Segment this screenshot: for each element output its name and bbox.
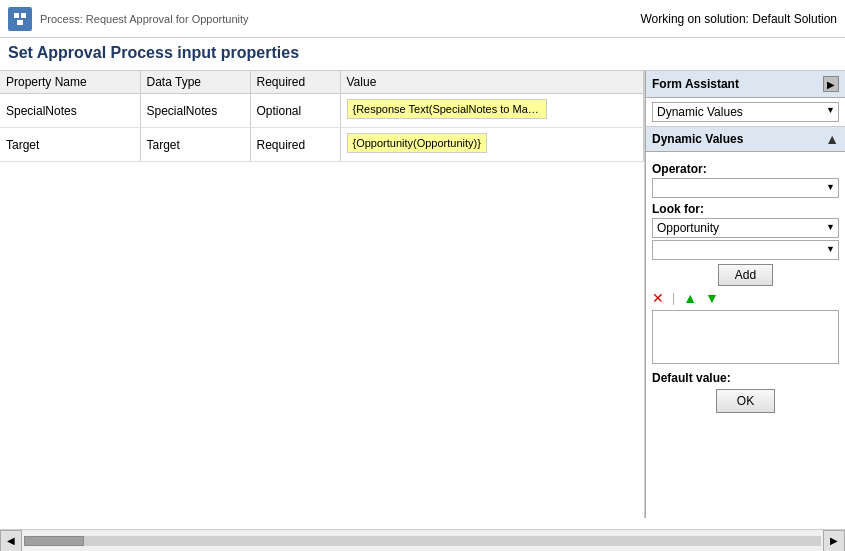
move-down-icon[interactable]: ▼	[705, 290, 719, 306]
properties-table: Property Name Data Type Required Value S…	[0, 71, 644, 162]
look-for-select[interactable]: Opportunity	[652, 218, 839, 238]
move-up-icon[interactable]: ▲	[683, 290, 697, 306]
main-layout: Property Name Data Type Required Value S…	[0, 71, 845, 518]
second-select[interactable]	[652, 240, 839, 260]
look-for-label: Look for:	[652, 202, 839, 216]
col-header-required: Required	[250, 71, 340, 94]
top-bar: Process: Request Approval for Opportunit…	[0, 0, 845, 38]
process-icon	[8, 7, 32, 31]
form-assistant-body: Operator: Look for: Opportunity Add ✕	[646, 152, 845, 518]
dynamic-values-label: Dynamic Values	[652, 132, 743, 146]
cell-data-type: SpecialNotes	[140, 94, 250, 128]
second-select-wrapper	[652, 240, 839, 260]
col-header-datatype: Data Type	[140, 71, 250, 94]
table-row[interactable]: SpecialNotes SpecialNotes Optional {Resp…	[0, 94, 644, 128]
page-title: Set Approval Process input properties	[8, 44, 837, 62]
value-textarea[interactable]	[652, 310, 839, 364]
scroll-right-button[interactable]: ▶	[823, 530, 845, 552]
expand-button[interactable]: ▶	[823, 76, 839, 92]
collapse-button[interactable]: ▲	[825, 131, 839, 147]
value-badge[interactable]: {Response Text(SpecialNotes to Manage	[347, 99, 547, 119]
svg-rect-1	[21, 13, 26, 18]
ok-button[interactable]: OK	[716, 389, 775, 413]
col-header-value: Value	[340, 71, 644, 94]
cell-required: Optional	[250, 94, 340, 128]
top-dropdown-row: Dynamic Values Static Values Form Values	[646, 98, 845, 127]
default-value-label: Default value:	[652, 371, 839, 385]
svg-rect-0	[14, 13, 19, 18]
solution-label: Working on solution: Default Solution	[640, 12, 837, 26]
scroll-track[interactable]	[24, 536, 821, 546]
svg-rect-2	[17, 20, 23, 25]
delete-icon[interactable]: ✕	[652, 290, 664, 306]
process-label: Process: Request Approval for Opportunit…	[40, 13, 249, 25]
table-row[interactable]: Target Target Required {Opportunity(Oppo…	[0, 128, 644, 162]
cell-property-name: Target	[0, 128, 140, 162]
cell-value[interactable]: {Response Text(SpecialNotes to Manage	[340, 94, 644, 128]
cell-value[interactable]: {Opportunity(Opportunity)}	[340, 128, 644, 162]
value-badge[interactable]: {Opportunity(Opportunity)}	[347, 133, 487, 153]
breadcrumb: Process: Request Approval for Opportunit…	[40, 13, 253, 25]
horizontal-scrollbar: ◀ ▶	[0, 529, 845, 551]
operator-label: Operator:	[652, 162, 839, 176]
form-assistant-panel: Form Assistant ▶ Dynamic Values Static V…	[645, 71, 845, 518]
dynamic-values-select[interactable]: Dynamic Values Static Values Form Values	[652, 102, 839, 122]
cell-property-name: SpecialNotes	[0, 94, 140, 128]
scroll-thumb	[24, 536, 84, 546]
add-button[interactable]: Add	[718, 264, 773, 286]
cell-data-type: Target	[140, 128, 250, 162]
cell-required: Required	[250, 128, 340, 162]
action-row: ✕ | ▲ ▼	[652, 290, 839, 306]
operator-select-wrapper	[652, 178, 839, 198]
page-title-row: Set Approval Process input properties	[0, 38, 845, 71]
table-area: Property Name Data Type Required Value S…	[0, 71, 645, 518]
scroll-left-button[interactable]: ◀	[0, 530, 22, 552]
operator-select[interactable]	[652, 178, 839, 198]
look-for-select-wrapper: Opportunity	[652, 218, 839, 238]
dynamic-values-select-wrapper: Dynamic Values Static Values Form Values	[652, 102, 839, 122]
form-assistant-title: Form Assistant	[652, 77, 739, 91]
col-header-property: Property Name	[0, 71, 140, 94]
dynamic-values-section-header: Dynamic Values ▲	[646, 127, 845, 152]
form-assistant-header: Form Assistant ▶	[646, 71, 845, 98]
action-divider: |	[672, 291, 675, 305]
